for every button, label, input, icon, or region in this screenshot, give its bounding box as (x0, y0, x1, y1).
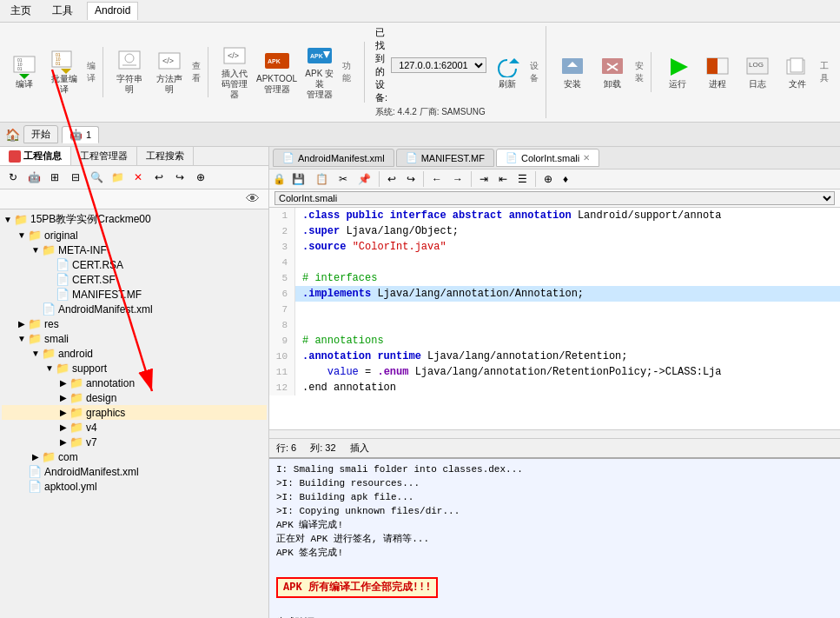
uninstall-button[interactable]: 卸载 (593, 52, 632, 92)
et-indent[interactable]: ⇥ (475, 171, 493, 187)
pt-refresh-btn[interactable]: ↻ (3, 168, 23, 187)
tree-item-com[interactable]: ▶ 📁 com (2, 449, 267, 464)
editor-tab-manifest-mf-label: MANIFEST.MF (421, 153, 485, 163)
pt-delete-btn[interactable]: ✕ (129, 168, 148, 187)
editor-toolbar: 🔒 💾 📋 ✂ 📌 ↩ ↪ ← → ⇥ ⇤ ☰ ⊕ (269, 169, 840, 189)
et-format[interactable]: ☰ (513, 171, 532, 187)
install-button[interactable]: 安装 (553, 52, 592, 92)
menu-tools[interactable]: 工具 (45, 2, 80, 20)
editor-tab-manifest-mf[interactable]: 📄 MANIFEST.MF (396, 149, 494, 167)
pt-undo-btn[interactable]: ↩ (149, 168, 169, 187)
charset-button[interactable]: 字符串明 (110, 47, 149, 97)
svg-text:APK: APK (268, 58, 281, 64)
tree-item-manifest-mf[interactable]: 📄 MANIFEST.MF (2, 287, 267, 302)
pt-folder-btn[interactable]: 📁 (108, 168, 127, 187)
tree-item-project[interactable]: ▼ 📁 15PB教学实例Crackme00 (2, 211, 267, 228)
tab-project[interactable]: 🤖 1 (62, 126, 99, 143)
tab-close-icon[interactable]: ✕ (583, 153, 590, 163)
menu-home[interactable]: 主页 (3, 2, 38, 20)
panel-tab-search[interactable]: 工程搜索 (137, 147, 194, 165)
pt-expand-btn[interactable]: ⊞ (45, 168, 64, 187)
device-dropdown[interactable]: 127.0.0.1:62001 (391, 57, 486, 73)
method-button[interactable]: </> 方法声明 (150, 47, 189, 97)
editor-tab-androidmanifest[interactable]: 📄 AndroidManifest.xml (273, 149, 394, 167)
apk-install-button[interactable]: APK APK 安装管理器 (300, 42, 339, 103)
output-highlight: APK 所有编译工作全部完成!!! (276, 574, 833, 601)
bottom-output[interactable]: I: Smaling smali folder into classes.dex… (269, 457, 840, 618)
et-paste-btn[interactable]: 📌 (354, 171, 375, 187)
pt-collapse-btn[interactable]: ⊟ (66, 168, 85, 187)
files-label: 文件 (789, 79, 806, 90)
progress-label: 进程 (709, 79, 726, 90)
files-button[interactable]: 文件 (778, 52, 817, 92)
tree-item-cert-rsa[interactable]: 📄 CERT.RSA (2, 257, 267, 272)
refresh-button[interactable]: 刷新 (488, 52, 526, 92)
tree-item-annotation[interactable]: ▶ 📁 annotation (2, 375, 267, 390)
tree-item-androidmanifest-orig[interactable]: 📄 AndroidManifest.xml (2, 302, 267, 316)
svg-text:APK: APK (310, 53, 323, 59)
tools-group: 运行 进程 LOG 日志 (658, 52, 836, 92)
editor-hscroll[interactable] (269, 429, 840, 438)
et-nav-next[interactable]: → (448, 171, 467, 187)
svg-marker-22 (509, 58, 519, 63)
menu-android[interactable]: Android (87, 2, 138, 20)
pt-extra-btn[interactable]: ⊕ (191, 168, 210, 187)
view-group: 字符串明 </> 方法声明 查看 (110, 47, 208, 97)
batch-compile-button[interactable]: 01 10 01 批量编译 (45, 47, 83, 97)
tab-icon-2: 📄 (406, 152, 418, 163)
run-button[interactable]: 运行 (658, 52, 697, 92)
et-dedent[interactable]: ⇤ (494, 171, 512, 187)
code-line-3: 3 .source "ColorInt.java" (269, 239, 840, 255)
tree-item-design[interactable]: ▶ 📁 design (2, 390, 267, 405)
tree-item-androidmanifest-root[interactable]: 📄 AndroidManifest.xml (2, 464, 267, 479)
et-copy-btn[interactable]: 📋 (311, 171, 333, 187)
et-undo-btn[interactable]: ↩ (383, 171, 400, 187)
pt-redo-btn[interactable]: ↪ (170, 168, 189, 187)
et-sep3 (471, 171, 472, 187)
et-save-btn[interactable]: 💾 (288, 171, 309, 187)
editor-tab-colorint[interactable]: 📄 ColorInt.smali ✕ (496, 149, 599, 167)
progress-button[interactable]: 进程 (698, 52, 737, 92)
tree-item-meta-inf[interactable]: ▼ 📁 META-INF (2, 243, 267, 257)
tree-item-android[interactable]: ▼ 📁 android (2, 346, 267, 361)
code-line-9: 9 # annotations (269, 333, 840, 349)
et-sep1 (379, 171, 380, 187)
code-line-6: 6 .implements Ljava/lang/annotation/Anno… (269, 286, 840, 302)
editor-tab-androidmanifest-label: AndroidManifest.xml (298, 153, 385, 163)
log-button[interactable]: LOG 日志 (738, 52, 777, 92)
et-cut-btn[interactable]: ✂ (334, 171, 352, 187)
panel-tab-manager[interactable]: 工程管理器 (71, 147, 137, 165)
apktool-button[interactable]: APK APKTOOL管理器 (255, 47, 298, 97)
et-nav-prev[interactable]: ← (427, 171, 446, 187)
insert-code-button[interactable]: </> 插入代码管理器 (215, 42, 254, 103)
et-extra2[interactable]: ♦ (559, 171, 572, 187)
file-select-dropdown[interactable]: ColorInt.smali (274, 191, 835, 205)
et-redo-btn[interactable]: ↪ (402, 171, 420, 187)
eye-icon[interactable]: 👁 (246, 191, 260, 207)
tree-item-v7[interactable]: ▶ 📁 v7 (2, 435, 267, 449)
device-group: 已找到的设备: 127.0.0.1:62001 系统: 4.4.2 厂商: SA… (372, 26, 546, 118)
et-extra1[interactable]: ⊕ (539, 171, 557, 187)
tree-container[interactable]: ▼ 📁 15PB教学实例Crackme00 ▼ 📁 original ▼ 📁 (0, 209, 268, 618)
tree-item-apktool[interactable]: 📄 apktool.yml (2, 479, 267, 494)
tree-item-v4[interactable]: ▶ 📁 v4 (2, 420, 267, 435)
tree-item-res[interactable]: ▶ 📁 res (2, 316, 267, 331)
tree-item-graphics[interactable]: ▶ 📁 graphics (2, 405, 267, 420)
tab-home[interactable]: 开始 (23, 125, 58, 143)
code-line-4: 4 (269, 255, 840, 270)
code-editor[interactable]: 1 .class public interface abstract annot… (269, 208, 840, 429)
tree-item-original[interactable]: ▼ 📁 original (2, 228, 267, 243)
install-group: 安装 卸载 安装 (553, 52, 651, 92)
device-group-label: 设备 (530, 60, 539, 84)
file-selector: ColorInt.smali (269, 189, 840, 208)
pt-android-btn[interactable]: 🤖 (24, 168, 43, 187)
tree-item-support[interactable]: ▼ 📁 support (2, 361, 267, 375)
tree-item-cert-sf[interactable]: 📄 CERT.SF (2, 272, 267, 287)
panel-tab-info[interactable]: 工程信息 (0, 147, 71, 165)
compile-button[interactable]: 01 10 01 编译 (5, 52, 43, 92)
pt-search-btn[interactable]: 🔍 (87, 168, 106, 187)
tree-item-smali[interactable]: ▼ 📁 smali (2, 331, 267, 346)
panel-toolbar: ↻ 🤖 ⊞ ⊟ 🔍 📁 ✕ ↩ ↪ ⊕ (0, 166, 268, 189)
svg-text:01: 01 (17, 66, 23, 71)
tab-project-label: 1 (86, 130, 91, 140)
